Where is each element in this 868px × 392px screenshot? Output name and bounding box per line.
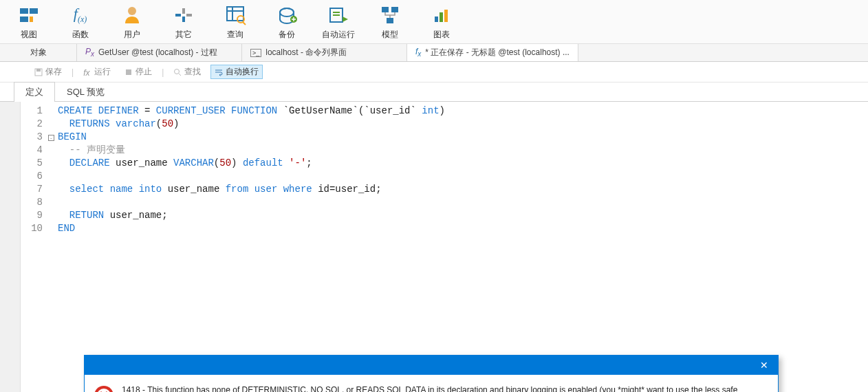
- left-gutter: [0, 102, 21, 392]
- search-icon: [173, 68, 182, 76]
- error-dialog: ✕ 1418 - This function has none of DETER…: [84, 355, 779, 392]
- close-button[interactable]: ✕: [750, 356, 778, 375]
- ribbon-other[interactable]: 其它: [158, 3, 209, 41]
- dialog-titlebar: ✕: [85, 356, 778, 375]
- separator: |: [72, 67, 74, 77]
- ribbon-auto[interactable]: 自动运行: [312, 3, 364, 41]
- tab-definition[interactable]: 定义: [14, 82, 55, 102]
- svg-rect-9: [227, 7, 243, 21]
- svg-rect-8: [186, 14, 192, 17]
- tab-sql-preview-label: SQL 预览: [67, 87, 105, 97]
- wrap-label: 自动换行: [226, 66, 259, 78]
- svg-rect-6: [182, 8, 185, 14]
- code-editor: 12345678910 - CREATE DEFINER = CURRENT_U…: [0, 102, 868, 392]
- save-label: 保存: [45, 66, 62, 78]
- ribbon-label: 自动运行: [322, 29, 355, 41]
- svg-line-30: [179, 74, 181, 76]
- ribbon-label: 函数: [72, 29, 89, 41]
- function-icon: f(x): [69, 4, 91, 26]
- close-icon: ✕: [760, 360, 768, 371]
- line-numbers: 12345678910: [21, 105, 48, 392]
- svg-rect-28: [126, 69, 131, 75]
- fold-gutter: -: [48, 105, 58, 392]
- tab-definition-label: 定义: [25, 87, 43, 97]
- ribbon-func[interactable]: f(x)函数: [54, 3, 106, 41]
- svg-rect-1: [30, 8, 38, 14]
- procedure-icon: Px: [85, 47, 94, 58]
- ribbon-chart[interactable]: 图表: [415, 3, 467, 41]
- separator: |: [162, 67, 164, 77]
- tab-label: localhost - 命令列界面: [265, 47, 347, 58]
- ribbon-query[interactable]: 查询: [209, 3, 261, 41]
- svg-rect-0: [20, 8, 28, 14]
- svg-rect-24: [440, 12, 443, 22]
- svg-rect-27: [36, 69, 41, 72]
- document-tabs: 对象PxGetUser @test (localhost) - 过程>_loca…: [0, 44, 868, 62]
- main-ribbon: 视图f(x)函数用户其它查询备份自动运行模型图表: [0, 0, 868, 44]
- svg-line-13: [243, 22, 246, 25]
- save-icon: [34, 68, 43, 76]
- ribbon-label: 视图: [21, 29, 37, 41]
- svg-point-14: [280, 8, 294, 17]
- svg-marker-19: [343, 17, 348, 22]
- doc-tab-objects[interactable]: 对象: [22, 44, 77, 61]
- dialog-body: 1418 - This function has none of DETERMI…: [85, 375, 778, 392]
- wrap-icon: [215, 68, 223, 76]
- svg-rect-25: [444, 10, 448, 22]
- ribbon-label: 备份: [279, 29, 295, 41]
- svg-point-29: [175, 69, 180, 74]
- doc-tab-saving[interactable]: fx* 正在保存 - 无标题 @test (localhost) ...: [407, 44, 578, 61]
- terminal-icon: >_: [250, 49, 261, 57]
- svg-rect-22: [387, 18, 393, 23]
- wrap-toggle[interactable]: 自动换行: [210, 65, 263, 79]
- find-label: 查找: [184, 66, 201, 78]
- editor-toolbar: 保存 | fx 运行 停止 | 查找 自动换行: [0, 62, 868, 83]
- other-icon: [173, 4, 195, 26]
- find-button[interactable]: 查找: [169, 65, 205, 79]
- dialog-message: 1418 - This function has none of DETERMI…: [122, 384, 768, 392]
- ribbon-user[interactable]: 用户: [106, 3, 158, 41]
- ribbon-label: 查询: [227, 29, 243, 41]
- ribbon-label: 图表: [433, 29, 450, 41]
- svg-rect-23: [435, 17, 438, 22]
- svg-rect-20: [382, 7, 389, 12]
- user-icon: [121, 4, 143, 26]
- svg-rect-5: [175, 14, 181, 17]
- run-label: 运行: [94, 66, 111, 78]
- function-icon: fx: [415, 47, 421, 58]
- ribbon-label: 其它: [175, 29, 192, 41]
- code-text[interactable]: CREATE DEFINER = CURRENT_USER FUNCTION `…: [58, 105, 445, 392]
- chart-icon: [431, 4, 453, 26]
- ribbon-view[interactable]: 视图: [3, 3, 54, 41]
- tab-label: 对象: [30, 47, 47, 58]
- model-icon: [379, 4, 401, 26]
- stop-icon: [124, 68, 133, 76]
- doc-tab-cmd[interactable]: >_localhost - 命令列界面: [242, 44, 407, 61]
- editor-view-tabs: 定义 SQL 预览: [0, 83, 868, 102]
- svg-rect-21: [391, 7, 398, 12]
- svg-rect-3: [30, 17, 33, 22]
- code-body[interactable]: 12345678910 - CREATE DEFINER = CURRENT_U…: [21, 102, 868, 392]
- tab-label: GetUser @test (localhost) - 过程: [98, 47, 217, 58]
- svg-point-4: [128, 7, 136, 15]
- ribbon-label: 模型: [382, 29, 398, 41]
- stop-label: 停止: [135, 66, 152, 78]
- tab-sql-preview[interactable]: SQL 预览: [55, 82, 116, 102]
- svg-rect-7: [182, 17, 185, 22]
- doc-tab-getuser[interactable]: PxGetUser @test (localhost) - 过程: [77, 44, 242, 61]
- auto-icon: [327, 4, 349, 26]
- stop-button[interactable]: 停止: [120, 65, 156, 79]
- view-icon: [18, 4, 40, 26]
- run-button[interactable]: fx 运行: [79, 65, 115, 79]
- ribbon-model[interactable]: 模型: [364, 3, 415, 41]
- backup-icon: [276, 4, 298, 26]
- save-button[interactable]: 保存: [30, 65, 66, 79]
- tab-label: * 正在保存 - 无标题 @test (localhost) ...: [425, 47, 569, 58]
- run-icon: fx: [83, 68, 91, 76]
- ribbon-label: 用户: [124, 29, 140, 41]
- query-icon: [224, 4, 246, 26]
- svg-rect-2: [20, 17, 28, 22]
- ribbon-backup[interactable]: 备份: [261, 3, 312, 41]
- error-icon: [93, 384, 115, 392]
